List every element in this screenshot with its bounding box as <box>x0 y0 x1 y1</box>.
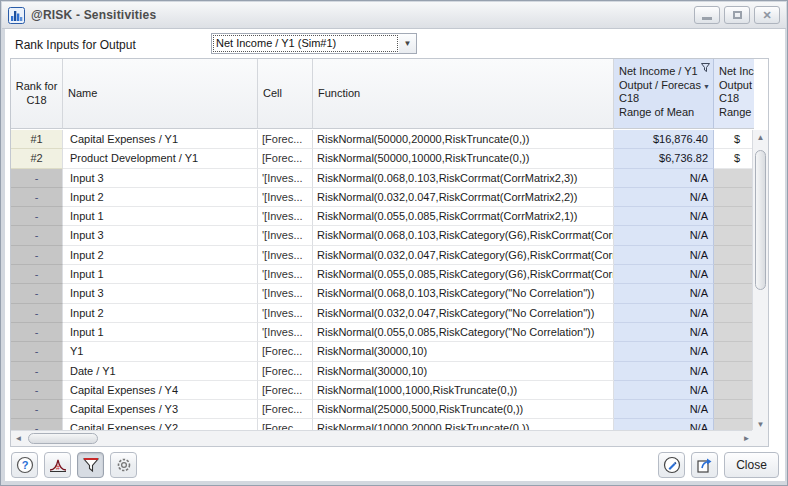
range-of-mean-2-cell[interactable] <box>714 226 754 245</box>
cell-ref-cell[interactable]: '[Inves... <box>258 207 313 226</box>
rank-cell[interactable]: - <box>11 284 63 303</box>
output-dropdown[interactable]: Net Income / Y1 (Sim#1) ▼ <box>211 33 417 54</box>
cell-ref-cell[interactable]: '[Inves... <box>258 188 313 207</box>
help-button[interactable]: ? <box>11 452 38 478</box>
cell-ref-cell[interactable]: [Forec... <box>258 381 313 400</box>
table-row[interactable]: -Capital Expenses / Y4[Forec...RiskNorma… <box>11 381 754 400</box>
table-row[interactable]: -Input 3'[Inves...RiskNormal(0.068,0.103… <box>11 169 754 188</box>
range-of-mean-cell[interactable]: N/A <box>614 207 714 226</box>
range-of-mean-2-cell[interactable]: $ <box>714 149 754 168</box>
range-of-mean-2-cell[interactable] <box>714 169 754 188</box>
scroll-left-icon[interactable]: ◄ <box>11 431 26 446</box>
range-of-mean-2-cell[interactable] <box>714 381 754 400</box>
range-of-mean-cell[interactable]: N/A <box>614 304 714 323</box>
close-window-button[interactable]: ✕ <box>754 6 780 24</box>
titlebar[interactable]: @RISK - Sensitivities ✕ <box>2 2 786 29</box>
range-of-mean-cell[interactable]: N/A <box>614 381 714 400</box>
name-cell[interactable]: Product Development / Y1 <box>63 149 258 168</box>
function-cell[interactable]: RiskNormal(30000,10) <box>313 342 614 361</box>
minimize-button[interactable] <box>694 6 720 24</box>
function-cell[interactable]: RiskNormal(0.055,0.085,RiskCategory("No … <box>313 323 614 342</box>
table-row[interactable]: -Input 1'[Inves...RiskNormal(0.055,0.085… <box>11 323 754 342</box>
function-cell[interactable]: RiskNormal(0.032,0.047,RiskCorrmat(CorrM… <box>313 188 614 207</box>
range-of-mean-2-cell[interactable] <box>714 400 754 419</box>
name-cell[interactable]: Capital Expenses / Y3 <box>63 400 258 419</box>
range-of-mean-cell[interactable]: N/A <box>614 246 714 265</box>
rank-cell[interactable]: - <box>11 188 63 207</box>
function-cell[interactable]: RiskNormal(0.055,0.085,RiskCorrmat(CorrM… <box>313 207 614 226</box>
rank-cell[interactable]: #1 <box>11 130 63 149</box>
column-header-name[interactable]: Name <box>63 59 258 129</box>
close-button[interactable]: Close <box>724 452 779 478</box>
table-row[interactable]: #1Capital Expenses / Y1[Forec...RiskNorm… <box>11 130 754 149</box>
table-row[interactable]: -Y1[Forec...RiskNormal(30000,10)N/A <box>11 342 754 361</box>
table-row[interactable]: -Input 2'[Inves...RiskNormal(0.032,0.047… <box>11 304 754 323</box>
filter-button[interactable] <box>77 452 104 478</box>
range-of-mean-2-cell[interactable] <box>714 284 754 303</box>
rank-cell[interactable]: - <box>11 362 63 381</box>
range-of-mean-2-cell[interactable] <box>714 188 754 207</box>
horizontal-scroll-thumb[interactable] <box>28 433 98 444</box>
cell-ref-cell[interactable]: [Forec... <box>258 400 313 419</box>
rank-cell[interactable]: - <box>11 304 63 323</box>
function-cell[interactable]: RiskNormal(0.068,0.103,RiskCorrmat(CorrM… <box>313 169 614 188</box>
name-cell[interactable]: Input 1 <box>63 265 258 284</box>
name-cell[interactable]: Input 1 <box>63 207 258 226</box>
rank-cell[interactable]: #2 <box>11 149 63 168</box>
table-row[interactable]: -Input 3'[Inves...RiskNormal(0.068,0.103… <box>11 284 754 303</box>
table-row[interactable]: -Date / Y1[Forec...RiskNormal(30000,10)N… <box>11 362 754 381</box>
rank-cell[interactable]: - <box>11 381 63 400</box>
name-cell[interactable]: Input 1 <box>63 323 258 342</box>
name-cell[interactable]: Y1 <box>63 342 258 361</box>
function-cell[interactable]: RiskNormal(50000,10000,RiskTruncate(0,)) <box>313 149 614 168</box>
function-cell[interactable]: RiskNormal(30000,10) <box>313 362 614 381</box>
range-of-mean-cell[interactable]: N/A <box>614 342 714 361</box>
cell-ref-cell[interactable]: '[Inves... <box>258 323 313 342</box>
table-row[interactable]: -Input 2'[Inves...RiskNormal(0.032,0.047… <box>11 188 754 207</box>
table-row[interactable]: -Input 2'[Inves...RiskNormal(0.032,0.047… <box>11 246 754 265</box>
column-header-rank[interactable]: Rank for C18 <box>11 59 63 129</box>
name-cell[interactable]: Input 3 <box>63 226 258 245</box>
function-cell[interactable]: RiskNormal(50000,20000,RiskTruncate(0,)) <box>313 130 614 149</box>
range-of-mean-2-cell[interactable] <box>714 246 754 265</box>
range-of-mean-2-cell[interactable] <box>714 304 754 323</box>
range-of-mean-cell[interactable]: $6,736.82 <box>614 149 714 168</box>
range-of-mean-cell[interactable]: N/A <box>614 265 714 284</box>
function-cell[interactable]: RiskNormal(0.055,0.085,RiskCategory(G6),… <box>313 265 614 284</box>
rank-cell[interactable]: - <box>11 400 63 419</box>
rank-cell[interactable]: - <box>11 207 63 226</box>
range-of-mean-cell[interactable]: N/A <box>614 284 714 303</box>
rank-cell[interactable]: - <box>11 265 63 284</box>
function-cell[interactable]: RiskNormal(1000,1000,RiskTruncate(0,)) <box>313 381 614 400</box>
maximize-button[interactable] <box>724 6 750 24</box>
table-row[interactable]: -Input 1'[Inves...RiskNormal(0.055,0.085… <box>11 265 754 284</box>
range-of-mean-2-cell[interactable] <box>714 265 754 284</box>
rank-cell[interactable]: - <box>11 323 63 342</box>
rank-cell[interactable]: - <box>11 246 63 265</box>
table-row[interactable]: -Input 1'[Inves...RiskNormal(0.055,0.085… <box>11 207 754 226</box>
range-of-mean-2-cell[interactable] <box>714 323 754 342</box>
cell-ref-cell[interactable]: '[Inves... <box>258 226 313 245</box>
range-of-mean-cell[interactable]: $16,876.40 <box>614 130 714 149</box>
range-of-mean-cell[interactable]: N/A <box>614 323 714 342</box>
name-cell[interactable]: Input 2 <box>63 246 258 265</box>
table-row[interactable]: #2Product Development / Y1[Forec...RiskN… <box>11 149 754 168</box>
name-cell[interactable]: Date / Y1 <box>63 362 258 381</box>
name-cell[interactable]: Capital Expenses / Y4 <box>63 381 258 400</box>
range-of-mean-cell[interactable]: N/A <box>614 169 714 188</box>
horizontal-scrollbar[interactable]: ◄ ► <box>11 430 754 446</box>
export-button[interactable] <box>691 452 718 478</box>
column-header-net-income-1[interactable]: ▼ Net Income / Y1 Output / Forecas C18 R… <box>614 59 714 129</box>
range-of-mean-2-cell[interactable] <box>714 207 754 226</box>
cell-ref-cell[interactable]: [Forec... <box>258 149 313 168</box>
name-cell[interactable]: Input 2 <box>63 188 258 207</box>
function-cell[interactable]: RiskNormal(0.068,0.103,RiskCategory(G6),… <box>313 226 614 245</box>
name-cell[interactable]: Capital Expenses / Y1 <box>63 130 258 149</box>
table-row[interactable]: -Input 3'[Inves...RiskNormal(0.068,0.103… <box>11 226 754 245</box>
cell-ref-cell[interactable]: '[Inves... <box>258 169 313 188</box>
vertical-scrollbar[interactable]: ▲ ▼ <box>752 130 768 432</box>
edit-report-button[interactable] <box>658 452 685 478</box>
scroll-up-icon[interactable]: ▲ <box>753 130 768 145</box>
range-of-mean-2-cell[interactable]: $ <box>714 130 754 149</box>
distribution-button[interactable]: # <box>44 452 71 478</box>
